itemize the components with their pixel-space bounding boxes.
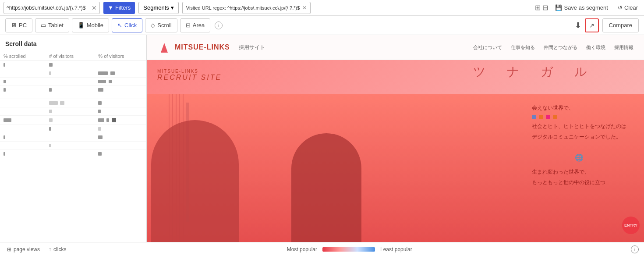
tablet-button[interactable]: ▭ Tablet — [35, 18, 69, 32]
nav-item-4: 働く環境 — [586, 44, 605, 51]
clicks-tab[interactable]: ↑ clicks — [47, 245, 68, 253]
clear-label: Clear — [624, 4, 638, 11]
nav-item-3: 仲間とつながる — [544, 44, 577, 51]
cell-visitors — [46, 69, 95, 78]
right-panel: MITSUE-LINKS 採用サイト 会社について 仕事を知る 仲間とつながる … — [147, 35, 644, 242]
clicks-icon: ↑ — [49, 246, 51, 252]
download-icon[interactable]: ⬇ — [575, 21, 581, 30]
info-icon[interactable]: i — [215, 21, 223, 29]
url-input[interactable] — [7, 5, 90, 11]
hero-text-4: 生まれ変わった世界で、 — [532, 167, 626, 177]
chart-icon: ⊟ — [542, 4, 548, 12]
cell-scrolled — [0, 133, 46, 142]
bottom-right: i — [631, 245, 639, 253]
cell-scrolled — [0, 78, 46, 86]
filters-button[interactable]: ▼ Filters — [103, 2, 135, 14]
table-row — [0, 86, 146, 94]
cell-scrolled — [0, 61, 46, 69]
toolbar-right: ⬇ ↗ Compare — [575, 18, 639, 32]
segment-tag-chip: Visited URL regex: ^https://jobs\.mitsue… — [182, 2, 311, 14]
icon-blue — [532, 115, 536, 119]
scroll-table: % scrolled # of visitors % of visitors — [0, 52, 146, 158]
segments-button[interactable]: Segments ▾ — [138, 2, 179, 14]
cell-scrolled — [0, 107, 46, 116]
hero-content: 会えない世界で、 社会とヒト、ヒトとヒトをつなげたのは デジタルコミュニケーショ… — [147, 94, 644, 242]
save-segment-label: Save as segment — [564, 4, 608, 11]
monitor-icon: 🖥 — [11, 22, 17, 28]
pc-button[interactable]: 🖥 PC — [5, 18, 32, 32]
cell-visitors — [46, 125, 95, 133]
svg-marker-0 — [161, 43, 168, 53]
icon-orange — [539, 115, 543, 119]
heatmap-area: MITSUE-LINKS 採用サイト 会社について 仕事を知る 仲間とつながる … — [147, 35, 644, 242]
segment-tag-close-icon[interactable]: ✕ — [302, 5, 307, 11]
cell-scrolled — [0, 150, 46, 158]
area-button[interactable]: ⊟ Area — [180, 18, 210, 32]
main-layout: Scroll data % scrolled # of visitors % o… — [0, 35, 644, 242]
mobile-icon: 📱 — [78, 22, 85, 28]
scroll-icon: ◇ — [151, 22, 155, 28]
clear-icon: ↺ — [618, 4, 623, 11]
mobile-label: Mobile — [87, 22, 103, 28]
person-left — [151, 120, 239, 242]
left-panel: Scroll data % scrolled # of visitors % o… — [0, 35, 147, 242]
compare-button[interactable]: Compare — [602, 18, 639, 32]
filter-icon: ▼ — [108, 4, 113, 11]
share-icon: ↗ — [589, 22, 594, 29]
area-label: Area — [193, 22, 205, 28]
cell-pct — [95, 86, 146, 94]
filters-label: Filters — [115, 4, 131, 11]
cell-visitors — [46, 99, 95, 107]
icon-group: ⊞ ⊟ — [535, 4, 548, 12]
cell-pct — [95, 107, 146, 116]
cell-pct — [95, 133, 146, 142]
clear-button[interactable]: ↺ Clear — [615, 3, 640, 13]
hero-text-block: 会えない世界で、 社会とヒト、ヒトとヒトをつなげたのは デジタルコミュニケーショ… — [532, 103, 626, 188]
cursor-icon: ↖ — [117, 22, 122, 28]
col-scrolled: % scrolled — [0, 52, 46, 61]
bottom-info-icon[interactable]: i — [631, 245, 639, 253]
cell-scrolled — [0, 94, 46, 99]
hero-globe-icon: 🌐 — [532, 151, 626, 165]
site-subtitle: 採用サイト — [239, 44, 265, 51]
entry-button[interactable]: ENTRY — [622, 217, 640, 234]
save-segment-button[interactable]: 💾 Save as segment — [552, 3, 610, 13]
page-views-label: page views — [14, 246, 40, 252]
toolbar: 🖥 PC ▭ Tablet 📱 Mobile ↖ Click ◇ Scroll … — [0, 16, 644, 35]
site-header: MITSUE-LINKS 採用サイト 会社について 仕事を知る 仲間とつながる … — [147, 35, 644, 60]
compare-label: Compare — [609, 22, 632, 28]
nav-item-2: 仕事を知る — [511, 44, 535, 51]
col-pct-visitors: % of visitors — [95, 52, 146, 61]
cell-pct — [95, 69, 146, 78]
table-row — [0, 99, 146, 107]
mobile-button[interactable]: 📱 Mobile — [72, 18, 109, 32]
bottom-bar: ⊞ page views ↑ clicks Most popular Least… — [0, 242, 644, 256]
click-button[interactable]: ↖ Click — [112, 18, 142, 32]
url-clear-icon[interactable]: ✕ — [92, 4, 97, 11]
hero-text-1: 会えない世界で、 — [532, 103, 626, 113]
cell-visitors — [46, 116, 95, 125]
site-nav: 会社について 仕事を知る 仲間とつながる 働く環境 採用情報 — [473, 44, 633, 51]
share-button[interactable]: ↗ — [585, 18, 599, 32]
cell-visitors — [46, 107, 95, 116]
page-views-tab[interactable]: ⊞ page views — [5, 245, 42, 253]
table-row — [0, 125, 146, 133]
tablet-icon: ▭ — [41, 22, 46, 28]
table-row — [0, 142, 146, 150]
hero-icons-row — [532, 115, 626, 119]
table-row — [0, 116, 146, 125]
cell-visitors — [46, 142, 95, 150]
chevron-down-icon: ▾ — [171, 4, 174, 11]
icon-orange2 — [553, 115, 557, 119]
cell-visitors — [46, 150, 95, 158]
hero-text-3: デジタルコミュニケーションでした。 — [532, 132, 626, 142]
cell-visitors — [46, 133, 95, 142]
entry-label: ENTRY — [624, 223, 637, 228]
segment-tag-text: Visited URL regex: ^https://jobs\.mitsue… — [186, 5, 300, 11]
logo-area: MITSUE-LINKS 採用サイト — [157, 40, 265, 54]
logo-icon — [157, 40, 171, 54]
scroll-button[interactable]: ◇ Scroll — [145, 18, 177, 32]
cell-pct — [95, 61, 146, 69]
table-row — [0, 107, 146, 116]
bottom-left: ⊞ page views ↑ clicks — [5, 245, 68, 253]
